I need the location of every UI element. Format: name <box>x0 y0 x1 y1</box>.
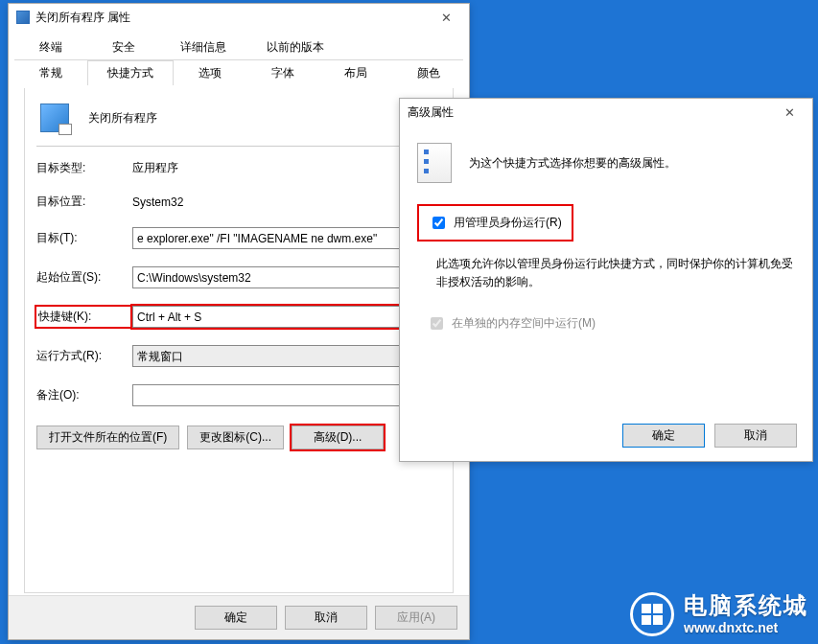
open-file-location-button[interactable]: 打开文件所在的位置(F) <box>36 426 179 449</box>
target-input[interactable] <box>132 227 441 249</box>
apply-button[interactable]: 应用(A) <box>375 606 457 630</box>
tab-details[interactable]: 详细信息 <box>160 34 246 60</box>
advanced-icon <box>417 143 452 183</box>
cancel-button[interactable]: 取消 <box>285 606 367 630</box>
separate-memory-label: 在单独的内存空间中运行(M) <box>452 315 596 332</box>
tabs: 终端 安全 详细信息 以前的版本 常规 快捷方式 选项 字体 布局 颜色 <box>9 31 469 85</box>
tab-options[interactable]: 选项 <box>174 60 246 85</box>
watermark-url: www.dnxtc.net <box>684 620 778 636</box>
tab-shortcut[interactable]: 快捷方式 <box>87 60 174 85</box>
advanced-title: 高级属性 <box>408 104 454 121</box>
window-icon <box>16 11 30 24</box>
start-in-input[interactable] <box>132 266 441 288</box>
shortcut-pane: 关闭所有程序 目标类型: 应用程序 目标位置: System32 目标(T): … <box>24 88 454 593</box>
shortcut-icon <box>40 104 69 132</box>
watermark-title: 电脑系统城 <box>684 592 808 620</box>
advanced-button[interactable]: 高级(D)... <box>292 426 384 449</box>
advanced-intro: 为这个快捷方式选择你想要的高级属性。 <box>469 155 676 172</box>
advanced-cancel-button[interactable]: 取消 <box>714 424 797 448</box>
shortcut-key-input[interactable] <box>132 306 441 328</box>
ok-button[interactable]: 确定 <box>195 606 277 630</box>
advanced-footer: 确定 取消 <box>400 409 812 461</box>
run-as-admin-label: 用管理员身份运行(R) <box>454 215 562 231</box>
watermark: 电脑系统城 www.dnxtc.net <box>630 592 808 636</box>
window-title: 关闭所有程序 属性 <box>35 10 130 26</box>
tab-font[interactable]: 字体 <box>246 60 319 85</box>
shortcut-name: 关闭所有程序 <box>88 110 157 126</box>
close-icon[interactable]: ✕ <box>427 5 465 30</box>
target-location-value: System32 <box>132 196 441 209</box>
change-icon-button[interactable]: 更改图标(C)... <box>187 426 284 449</box>
advanced-dialog: 高级属性 ✕ 为这个快捷方式选择你想要的高级属性。 用管理员身份运行(R) 此选… <box>399 98 813 462</box>
run-label: 运行方式(R): <box>36 348 132 364</box>
run-select[interactable]: 常规窗口 <box>132 345 441 367</box>
close-icon[interactable]: ✕ <box>770 100 808 125</box>
tab-general[interactable]: 常规 <box>14 60 87 85</box>
start-in-label: 起始位置(S): <box>36 269 132 286</box>
shortcut-key-label: 快捷键(K): <box>36 307 132 327</box>
tab-colors[interactable]: 颜色 <box>392 60 465 85</box>
advanced-ok-button[interactable]: 确定 <box>622 424 705 448</box>
target-type-value: 应用程序 <box>132 160 441 176</box>
tab-security[interactable]: 安全 <box>87 34 160 60</box>
run-as-admin-desc: 此选项允许你以管理员身份运行此快捷方式，同时保护你的计算机免受非授权活动的影响。 <box>436 255 795 291</box>
run-as-admin-group: 用管理员身份运行(R) <box>417 204 573 242</box>
tab-previous-versions[interactable]: 以前的版本 <box>246 34 344 60</box>
tab-layout[interactable]: 布局 <box>319 60 392 85</box>
comment-input[interactable] <box>132 384 441 406</box>
titlebar[interactable]: 关闭所有程序 属性 ✕ <box>9 4 469 31</box>
target-type-label: 目标类型: <box>36 160 132 176</box>
watermark-logo-icon <box>630 592 674 636</box>
tab-terminal[interactable]: 终端 <box>14 34 87 60</box>
properties-footer: 确定 取消 应用(A) <box>9 595 469 639</box>
target-label: 目标(T): <box>36 230 132 246</box>
separate-memory-checkbox <box>431 317 443 330</box>
run-as-admin-checkbox[interactable] <box>432 217 445 229</box>
advanced-titlebar[interactable]: 高级属性 ✕ <box>400 99 812 126</box>
divider <box>36 146 441 147</box>
target-location-label: 目标位置: <box>36 194 132 210</box>
comment-label: 备注(O): <box>36 387 132 403</box>
